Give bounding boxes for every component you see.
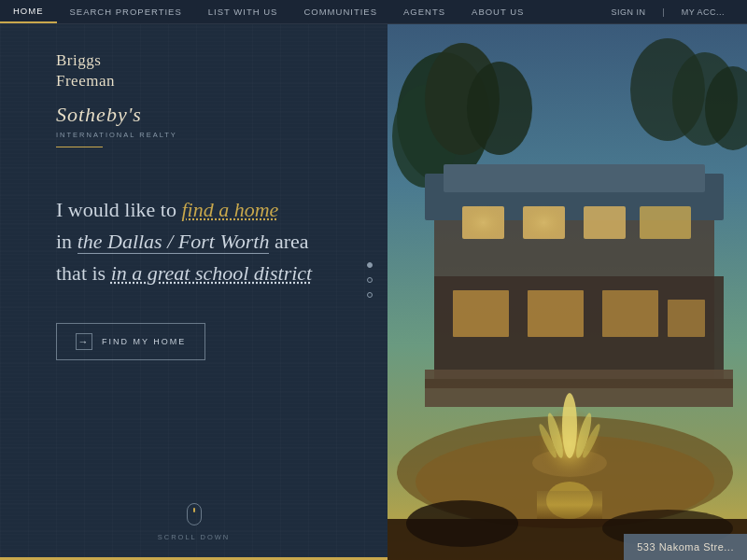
brand-tagline: INTERNATIONAL REALTY xyxy=(56,131,388,139)
scroll-label: SCROLL DOWN xyxy=(158,533,231,541)
svg-rect-10 xyxy=(444,164,705,192)
hero-italic-school: in a great school district xyxy=(111,261,313,285)
main-nav: HOME SEARCH PROPERTIES LIST WITH US COMM… xyxy=(0,0,747,24)
svg-rect-20 xyxy=(602,290,658,337)
slide-dots-nav xyxy=(367,262,373,298)
svg-point-28 xyxy=(562,393,577,458)
nav-agents[interactable]: AGENTS xyxy=(390,0,458,23)
dot-2[interactable] xyxy=(367,277,373,283)
hero-line-2: in the Dallas / Fort Worth area xyxy=(56,226,388,258)
brand-name-line1: Briggs xyxy=(56,50,388,71)
find-my-home-button[interactable]: → FIND MY HOME xyxy=(56,323,205,360)
find-btn-label: FIND MY HOME xyxy=(102,337,186,346)
svg-rect-16 xyxy=(521,204,567,241)
svg-rect-14 xyxy=(640,206,691,239)
brand-name-line2: Freeman xyxy=(56,71,388,91)
property-photo: 533 Nakoma Stre... xyxy=(388,24,747,560)
svg-rect-21 xyxy=(668,300,705,337)
nav-search-properties[interactable]: SEARCH PROPERTIES xyxy=(57,0,195,23)
btn-arrow-icon: → xyxy=(76,333,92,350)
svg-rect-13 xyxy=(584,206,626,239)
hero-prefix-3: that is xyxy=(56,261,111,285)
hero-line-1: I would like to find a home xyxy=(56,194,388,226)
svg-rect-15 xyxy=(460,204,506,241)
property-address-text: 533 Nakoma Stre... xyxy=(637,541,734,553)
hero-suffix-2: area xyxy=(269,230,308,253)
hero-italic-find-home: find a home xyxy=(181,198,278,221)
main-container: Briggs Freeman Sotheby's INTERNATIONAL R… xyxy=(0,0,747,560)
nav-divider: | xyxy=(659,7,669,17)
hero-line-3: that is in a great school district xyxy=(56,258,388,289)
nav-items: HOME SEARCH PROPERTIES LIST WITH US COMM… xyxy=(0,0,537,23)
right-panel: 533 Nakoma Stre... xyxy=(388,0,747,560)
scroll-indicator: SCROLL DOWN xyxy=(0,503,388,560)
house-svg xyxy=(388,24,747,560)
hero-prefix-2: in xyxy=(56,230,78,253)
svg-point-4 xyxy=(467,62,532,155)
nav-list-with-us[interactable]: LIST WITH US xyxy=(195,0,291,23)
nav-sign-in[interactable]: SIGN IN xyxy=(599,7,659,17)
scroll-mouse-icon xyxy=(187,503,202,525)
svg-rect-34 xyxy=(537,491,602,519)
nav-communities[interactable]: COMMUNITIES xyxy=(290,0,390,23)
svg-point-36 xyxy=(406,500,518,547)
hero-prefix-1: I would like to xyxy=(56,198,181,221)
scroll-dot xyxy=(193,508,195,512)
hero-text-area: I would like to find a home in the Dalla… xyxy=(0,147,388,503)
nav-home[interactable]: HOME xyxy=(0,0,57,23)
hero-italic-dfw: the Dallas / Fort Worth xyxy=(78,230,270,254)
svg-rect-19 xyxy=(528,290,584,337)
property-address-label: 533 Nakoma Stre... xyxy=(624,534,747,560)
left-panel: Briggs Freeman Sotheby's INTERNATIONAL R… xyxy=(0,0,388,560)
svg-rect-18 xyxy=(453,290,509,337)
svg-rect-23 xyxy=(425,379,733,388)
dot-1[interactable] xyxy=(367,262,373,268)
brand-italic: Sotheby's xyxy=(56,103,142,126)
brand-area: Briggs Freeman Sotheby's INTERNATIONAL R… xyxy=(0,24,388,147)
nav-about-us[interactable]: ABOUT US xyxy=(458,0,537,23)
nav-my-account[interactable]: MY ACC... xyxy=(669,7,738,17)
nav-right-area: SIGN IN | MY ACC... xyxy=(599,7,747,17)
dot-3[interactable] xyxy=(367,292,373,298)
